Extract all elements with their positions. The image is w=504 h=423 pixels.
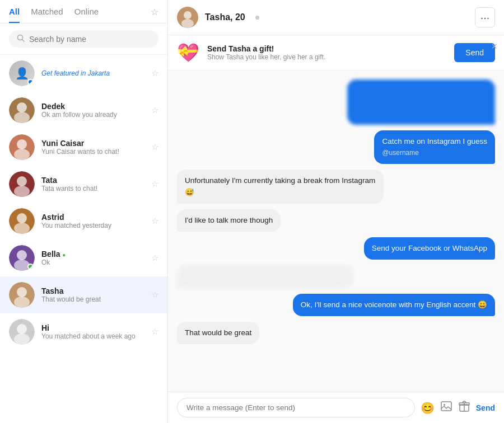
gift-banner: 💝 Send Tasha a gift! Show Tasha you like… xyxy=(168,35,504,70)
tab-all[interactable]: All xyxy=(9,7,20,23)
list-item[interactable]: Astrid You matched yesterday ☆ xyxy=(0,203,167,239)
close-banner-button[interactable]: × xyxy=(491,41,497,53)
online-dot-indicator xyxy=(27,264,34,270)
chat-header: Tasha, 20 ··· xyxy=(168,0,504,35)
conv-name: Bella ● xyxy=(41,250,144,258)
conv-name: Astrid xyxy=(41,213,144,222)
svg-point-9 xyxy=(14,223,30,234)
gift-icon[interactable] xyxy=(458,400,470,415)
conv-preview: Tata wants to chat! xyxy=(41,185,144,192)
conv-preview: Ok xyxy=(41,258,144,266)
conv-name: Dedek xyxy=(41,102,144,111)
avatar xyxy=(9,134,35,160)
conv-preview: That would be great xyxy=(41,295,144,303)
svg-point-13 xyxy=(14,297,30,308)
conv-info: Get featured in Jakarta xyxy=(41,69,144,77)
star-icon[interactable]: ☆ xyxy=(151,290,158,300)
svg-point-3 xyxy=(14,112,30,123)
search-input[interactable] xyxy=(29,35,151,44)
conv-name: Tata xyxy=(41,176,144,185)
left-panel: All Matched Online ☆ 👤 Get featured in J… xyxy=(0,0,168,423)
conv-info: Tata Tata wants to chat! xyxy=(41,176,144,192)
search-box[interactable] xyxy=(9,30,158,48)
star-icon[interactable]: ☆ xyxy=(151,216,158,226)
star-icon[interactable]: ☆ xyxy=(151,327,158,337)
image-icon[interactable] xyxy=(440,400,452,415)
conv-info: Tasha That would be great xyxy=(41,286,144,303)
conv-name: Hi xyxy=(41,323,144,332)
message-bubble: Unfortunately I'm currently taking a bre… xyxy=(177,170,384,204)
avatar: 👤 xyxy=(9,60,35,86)
conv-info: Hi You matched about a week ago xyxy=(41,323,144,340)
conv-preview: Yuni Caisar wants to chat! xyxy=(41,148,144,156)
list-item[interactable]: Yuni Caisar Yuni Caisar wants to chat! ☆ xyxy=(0,129,167,166)
svg-point-6 xyxy=(17,176,27,186)
star-icon[interactable]: ☆ xyxy=(151,142,158,152)
avatar xyxy=(9,208,35,234)
message-bubble: That would be great xyxy=(177,322,259,344)
svg-point-7 xyxy=(14,186,30,197)
chat-input-area: 😊 Send xyxy=(168,392,504,423)
conv-name: Yuni Caisar xyxy=(41,139,144,148)
svg-point-14 xyxy=(17,324,27,334)
gift-hearts-icon: 💝 xyxy=(177,42,199,63)
avatar xyxy=(9,171,35,197)
conv-name: Tasha xyxy=(41,286,144,295)
search-container xyxy=(0,24,167,55)
list-item[interactable]: Bella ● Ok ☆ xyxy=(0,239,167,276)
svg-point-2 xyxy=(17,102,27,112)
conv-preview: You matched about a week ago xyxy=(41,332,144,340)
svg-point-8 xyxy=(17,213,27,223)
list-item[interactable]: Tata Tata wants to chat! ☆ xyxy=(0,166,167,203)
message-bubble: taking/relationships-selfie. I am so I l… xyxy=(347,79,495,125)
message-bubble: Send your Facebook or WhatsApp xyxy=(364,237,495,260)
message-bubble: I'd like to talk more though xyxy=(177,209,281,232)
svg-point-10 xyxy=(17,250,27,260)
star-icon[interactable]: ☆ xyxy=(151,253,158,263)
conv-info: Yuni Caisar Yuni Caisar wants to chat! xyxy=(41,139,144,156)
status-dot xyxy=(255,16,259,20)
star-icon[interactable]: ☆ xyxy=(151,105,158,115)
star-filter-icon[interactable]: ☆ xyxy=(151,7,158,23)
svg-rect-18 xyxy=(441,402,451,411)
avatar xyxy=(9,97,35,123)
conv-info: Dedek Ok am follow you already xyxy=(41,102,144,119)
conv-preview: You matched yesterday xyxy=(41,222,144,229)
tab-online[interactable]: Online xyxy=(74,7,99,23)
send-gift-button[interactable]: Send xyxy=(454,43,495,62)
more-icon: ··· xyxy=(480,11,490,24)
gift-subtitle: Show Tasha you like her, give her a gift… xyxy=(207,53,446,61)
blue-dot-indicator xyxy=(27,79,34,85)
svg-point-12 xyxy=(17,287,27,297)
conv-featured-label: Get featured in Jakarta xyxy=(41,69,144,77)
more-options-button[interactable]: ··· xyxy=(475,7,495,27)
list-item[interactable]: Tasha That would be great ☆ xyxy=(0,276,167,313)
conv-info: Bella ● Ok xyxy=(41,250,144,266)
send-message-button[interactable]: Send xyxy=(476,403,495,412)
gift-text-block: Send Tasha a gift! Show Tasha you like h… xyxy=(207,44,446,61)
star-icon[interactable]: ☆ xyxy=(151,179,158,189)
star-icon[interactable]: ☆ xyxy=(151,68,158,78)
emoji-icon[interactable]: 😊 xyxy=(421,401,435,415)
list-item[interactable]: 👤 Get featured in Jakarta ☆ xyxy=(0,55,167,92)
avatar xyxy=(9,319,35,345)
header-name-text: Tasha, 20 xyxy=(205,12,245,22)
message-input[interactable] xyxy=(177,398,415,417)
search-icon xyxy=(17,34,25,44)
messages-area: taking/relationships-selfie. I am so I l… xyxy=(168,70,504,392)
svg-point-5 xyxy=(14,149,30,160)
message-bubble: Catch me on Instagram I guess @username xyxy=(374,130,495,164)
list-item[interactable]: Dedek Ok am follow you already ☆ xyxy=(0,92,167,129)
conv-preview: Ok am follow you already xyxy=(41,111,144,119)
conversation-list: 👤 Get featured in Jakarta ☆ Dedek Ok am … xyxy=(0,55,167,423)
tab-matched[interactable]: Matched xyxy=(31,7,63,23)
avatar xyxy=(9,245,35,271)
avatar xyxy=(9,282,35,308)
list-item[interactable]: Hi You matched about a week ago ☆ xyxy=(0,313,167,350)
gift-title: Send Tasha a gift! xyxy=(207,44,446,53)
message-bubble: blurred reply message here and some more… xyxy=(177,265,353,288)
message-bubble: Ok, I'll send a nice voicenote with my E… xyxy=(293,294,495,316)
svg-point-19 xyxy=(444,404,445,406)
tabs-bar: All Matched Online ☆ xyxy=(0,0,167,24)
header-avatar xyxy=(177,7,198,28)
